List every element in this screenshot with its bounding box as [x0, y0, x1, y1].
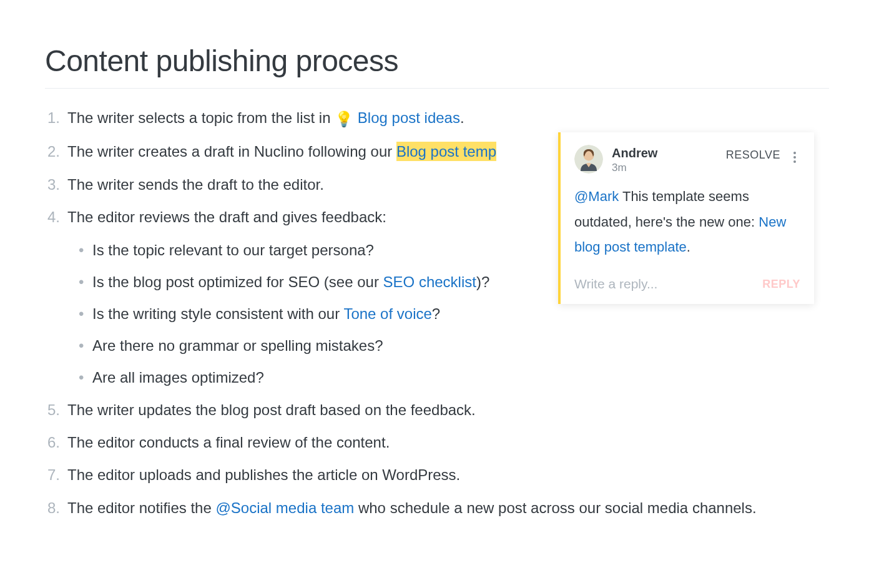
link-blog-ideas[interactable]: Blog post ideas	[358, 109, 460, 126]
list-item-5[interactable]: The writer updates the blog post draft b…	[45, 398, 829, 422]
link-tone-of-voice[interactable]: Tone of voice	[343, 305, 431, 322]
list-item-6[interactable]: The editor conducts a final review of th…	[45, 431, 829, 454]
comment-meta: Andrew 3m	[612, 145, 717, 174]
list-item-text: The writer sends the draft to the editor…	[67, 176, 324, 193]
link-blog-template-highlighted[interactable]: Blog post temp	[396, 142, 496, 161]
list-item-text: The editor reviews the draft and gives f…	[67, 208, 386, 225]
space	[353, 109, 358, 126]
comment-reply-row: REPLY	[574, 274, 800, 294]
lightbulb-icon: 💡	[335, 107, 353, 131]
comment-actions: RESOLVE	[726, 145, 800, 165]
list-item-text: .	[460, 109, 464, 126]
sub-item-text: Are there no grammar or spelling mistake…	[92, 337, 383, 354]
list-item-text: The writer updates the blog post draft b…	[67, 401, 476, 418]
list-item-text: The editor conducts a final review of th…	[67, 434, 390, 451]
more-options-icon[interactable]	[789, 149, 800, 165]
comment-body-text: .	[687, 239, 690, 255]
resolve-button[interactable]: RESOLVE	[726, 149, 780, 162]
list-item-7[interactable]: The editor uploads and publishes the art…	[45, 463, 829, 487]
list-item-1[interactable]: The writer selects a topic from the list…	[45, 106, 829, 131]
mention-social-media-team[interactable]: @Social media team	[215, 499, 354, 516]
list-item-text: The writer creates a draft in Nuclino fo…	[67, 143, 396, 160]
sub-item-text: Is the topic relevant to our target pers…	[92, 242, 374, 258]
avatar[interactable]	[574, 145, 603, 174]
sub-item-text: Are all images optimized?	[92, 369, 264, 386]
sub-item-text: )?	[476, 273, 489, 290]
list-item-8[interactable]: The editor notifies the @Social media te…	[45, 496, 829, 520]
sub-item-text: ?	[432, 305, 440, 322]
sub-item-text: Is the blog post optimized for SEO (see …	[92, 273, 383, 290]
sub-item-text: Is the writing style consistent with our	[92, 305, 343, 322]
sub-list-item-5[interactable]: Are all images optimized?	[70, 366, 829, 389]
sub-list-item-3[interactable]: Is the writing style consistent with our…	[70, 302, 829, 325]
list-item-text: The writer selects a topic from the list…	[67, 109, 335, 126]
comment-time: 3m	[612, 162, 717, 174]
link-seo-checklist[interactable]: SEO checklist	[383, 273, 476, 290]
list-item-text: The editor notifies the	[67, 499, 215, 516]
comment-header: Andrew 3m RESOLVE	[574, 145, 800, 174]
comment-panel: Andrew 3m RESOLVE @Mark This template se…	[558, 132, 814, 304]
page-title: Content publishing process	[45, 44, 829, 89]
reply-input[interactable]	[574, 274, 755, 294]
list-item-text: who schedule a new post across our socia…	[354, 499, 756, 516]
list-item-text: The editor uploads and publishes the art…	[67, 466, 460, 483]
sub-list-item-4[interactable]: Are there no grammar or spelling mistake…	[70, 334, 829, 357]
comment-author: Andrew	[612, 146, 717, 160]
comment-body: @Mark This template seems outdated, here…	[574, 184, 800, 260]
reply-button[interactable]: REPLY	[762, 278, 800, 291]
mention-mark[interactable]: @Mark	[574, 189, 619, 204]
